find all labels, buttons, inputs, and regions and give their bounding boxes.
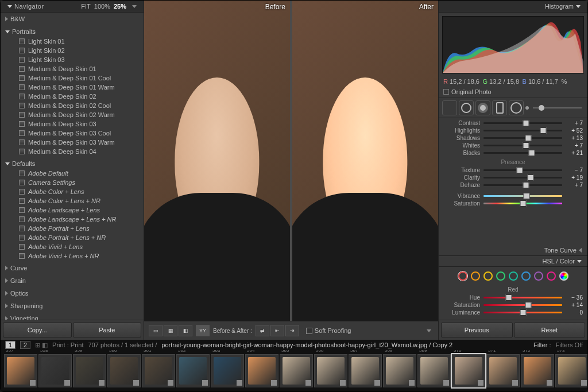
filmstrip-thumb[interactable]: 560 bbox=[107, 354, 141, 387]
copy-left-button[interactable]: ⇤ bbox=[270, 325, 284, 336]
toolbar-menu-icon[interactable] bbox=[427, 329, 431, 332]
filmstrip-thumb[interactable]: 570 bbox=[452, 354, 485, 387]
preset-item[interactable]: Medium & Deep Skin 04 bbox=[11, 147, 144, 156]
preset-item[interactable]: Medium & Deep Skin 02 Warm bbox=[11, 110, 144, 119]
saturation-slider[interactable]: Saturation bbox=[439, 200, 587, 207]
hsl-sat-slider[interactable]: Saturation+ 14 bbox=[439, 301, 587, 309]
filmstrip-thumb[interactable]: 573 bbox=[555, 354, 587, 387]
preset-group-curve[interactable]: Curve bbox=[3, 263, 144, 273]
preset-group-grain[interactable]: Grain bbox=[3, 275, 144, 286]
hsl-hue-slider[interactable]: Hue− 36 bbox=[439, 294, 587, 301]
filter-state-button[interactable]: Filters Off bbox=[556, 341, 583, 348]
preset-item[interactable]: Light Skin 03 bbox=[11, 55, 144, 64]
filmstrip-thumb[interactable]: 566 bbox=[314, 354, 347, 387]
module-label[interactable]: Print : Print bbox=[52, 341, 83, 348]
before-image[interactable]: Before bbox=[144, 1, 290, 321]
copy-button[interactable]: Copy... bbox=[3, 323, 72, 337]
dehaze-slider[interactable]: Dehaze+ 7 bbox=[439, 181, 587, 189]
grid-view-button[interactable]: ▦ bbox=[164, 325, 177, 336]
hsl-color-1[interactable] bbox=[471, 271, 480, 281]
spot-removal-tool[interactable] bbox=[459, 100, 474, 115]
collapse-icon[interactable] bbox=[7, 5, 12, 8]
whites-slider[interactable]: Whites+ 7 bbox=[439, 142, 587, 149]
filmstrip-thumb[interactable]: 561 bbox=[142, 354, 175, 387]
preset-group-portraits[interactable]: Portraits bbox=[3, 26, 144, 37]
hsl-color-0[interactable] bbox=[458, 271, 467, 281]
filmstrip-thumb[interactable]: 562 bbox=[176, 354, 210, 387]
preset-item[interactable]: Adobe Default bbox=[11, 169, 144, 178]
preset-item[interactable]: Adobe Landscape + Lens bbox=[11, 205, 144, 215]
preset-item[interactable]: Medium & Deep Skin 02 Cool bbox=[11, 101, 144, 110]
zoom-current[interactable]: 25% bbox=[114, 3, 126, 10]
highlights-slider[interactable]: Highlights+ 52 bbox=[439, 127, 587, 134]
preset-item[interactable]: Medium & Deep Skin 01 bbox=[11, 64, 144, 73]
hsl-color-3[interactable] bbox=[496, 271, 505, 281]
reset-button[interactable]: Reset bbox=[514, 323, 586, 337]
brush-tool-dot[interactable] bbox=[525, 106, 529, 110]
preset-item[interactable]: Medium & Deep Skin 03 bbox=[11, 119, 144, 129]
copy-right-button[interactable]: ⇥ bbox=[285, 325, 299, 336]
zoom-menu-icon[interactable] bbox=[132, 5, 137, 8]
filmstrip-thumb[interactable]: 565 bbox=[280, 354, 313, 387]
preset-item[interactable]: Medium & Deep Skin 03 Warm bbox=[11, 138, 144, 147]
page-1-button[interactable]: 1 bbox=[5, 341, 16, 349]
filmstrip-thumb[interactable]: 572 bbox=[521, 354, 554, 387]
hsl-color-4[interactable] bbox=[509, 271, 518, 281]
preset-group-b-w[interactable]: B&W bbox=[3, 14, 144, 24]
preset-item[interactable]: Medium & Deep Skin 01 Cool bbox=[11, 73, 144, 83]
hsl-lum-slider[interactable]: Luminance0 bbox=[439, 309, 587, 316]
filmstrip-thumb[interactable]: 558 bbox=[38, 354, 72, 387]
preset-item[interactable]: Adobe Color + Lens bbox=[11, 187, 144, 196]
hsl-color-2[interactable] bbox=[483, 271, 493, 281]
loupe-view-button[interactable]: ▭ bbox=[149, 325, 163, 336]
compare-yy-button[interactable]: YY bbox=[196, 325, 210, 336]
crop-tool[interactable] bbox=[442, 100, 457, 115]
preset-item[interactable]: Camera Settings bbox=[11, 178, 144, 187]
histogram-chart[interactable] bbox=[442, 16, 584, 73]
redeye-tool[interactable] bbox=[475, 100, 490, 115]
filmstrip-thumb[interactable]: 563 bbox=[211, 354, 244, 387]
filmstrip-thumb[interactable]: 571 bbox=[486, 354, 520, 387]
filmstrip-thumb[interactable]: 564 bbox=[245, 354, 278, 387]
original-photo-checkbox[interactable] bbox=[443, 89, 449, 95]
preset-group-optics[interactable]: Optics bbox=[3, 288, 144, 298]
shadows-slider[interactable]: Shadows+ 13 bbox=[439, 134, 587, 142]
preset-item[interactable]: Adobe Vivid + Lens + NR bbox=[11, 251, 144, 261]
paste-button[interactable]: Paste bbox=[73, 323, 142, 337]
filmstrip-thumb[interactable]: 557 bbox=[4, 354, 37, 387]
preset-item[interactable]: Medium & Deep Skin 01 Warm bbox=[11, 83, 144, 92]
zoom-fit[interactable]: FIT bbox=[81, 3, 91, 10]
masking-amount-slider[interactable] bbox=[533, 107, 582, 108]
preset-item[interactable]: Adobe Vivid + Lens bbox=[11, 242, 144, 251]
filmstrip[interactable]: 5575585595605615625635645655665675685695… bbox=[1, 350, 587, 391]
hsl-header[interactable]: HSL / Color bbox=[439, 256, 587, 267]
preset-item[interactable]: Adobe Portrait + Lens bbox=[11, 224, 144, 233]
contrast-slider[interactable]: Contrast+ 7 bbox=[439, 119, 587, 127]
preset-group-defaults[interactable]: Defaults bbox=[3, 158, 144, 169]
preset-item[interactable]: Medium & Deep Skin 02 bbox=[11, 92, 144, 101]
hsl-color-7[interactable] bbox=[547, 271, 556, 281]
swap-lr-button[interactable]: ⇄ bbox=[256, 325, 269, 336]
filmstrip-thumb[interactable]: 569 bbox=[417, 354, 451, 387]
tone-curve-header[interactable]: Tone Curve bbox=[439, 245, 587, 256]
filmstrip-thumb[interactable]: 559 bbox=[73, 354, 106, 387]
zoom-100[interactable]: 100% bbox=[94, 3, 110, 10]
texture-slider[interactable]: Texture− 7 bbox=[439, 166, 587, 174]
preset-item[interactable]: Light Skin 02 bbox=[11, 46, 144, 55]
compare-canvas[interactable]: Before After bbox=[144, 1, 438, 321]
preset-item[interactable]: Adobe Landscape + Lens + NR bbox=[11, 215, 144, 224]
radial-filter-tool[interactable] bbox=[509, 100, 524, 115]
filmstrip-thumb[interactable]: 567 bbox=[349, 354, 382, 387]
file-path[interactable]: portrait-young-woman-bright-girl-woman-h… bbox=[161, 341, 529, 348]
filmstrip-thumb[interactable]: 568 bbox=[383, 354, 416, 387]
page-2-button[interactable]: 2 bbox=[20, 341, 30, 349]
preset-item[interactable]: Light Skin 01 bbox=[11, 37, 144, 46]
preset-group-vignetting[interactable]: Vignetting bbox=[3, 313, 144, 320]
previous-button[interactable]: Previous bbox=[441, 323, 513, 337]
ref-view-button[interactable]: ◧ bbox=[179, 325, 192, 336]
preset-item[interactable]: Adobe Color + Lens + NR bbox=[11, 196, 144, 205]
clarity-slider[interactable]: Clarity+ 19 bbox=[439, 174, 587, 181]
blacks-slider[interactable]: Blacks+ 21 bbox=[439, 149, 587, 157]
hsl-color-6[interactable] bbox=[534, 271, 543, 281]
graduated-filter-tool[interactable] bbox=[492, 100, 507, 115]
